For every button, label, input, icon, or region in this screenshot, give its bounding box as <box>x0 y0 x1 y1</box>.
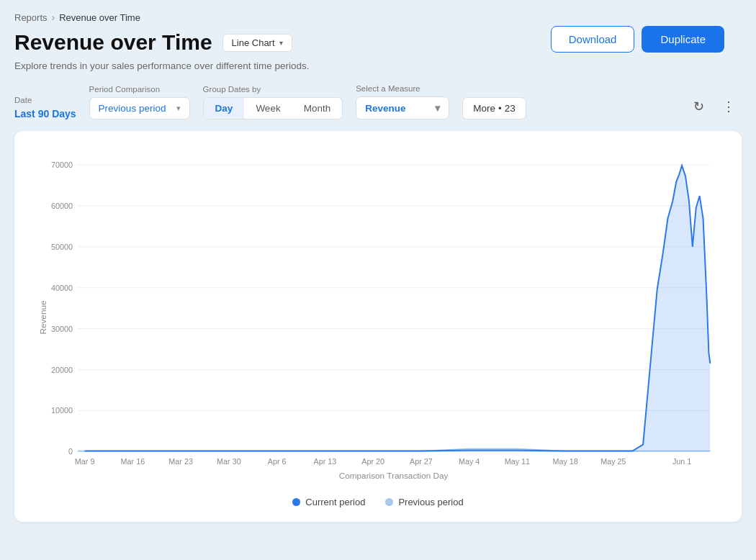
legend-current-label: Current period <box>305 497 365 507</box>
download-button[interactable]: Download <box>551 26 635 53</box>
legend-previous: Previous period <box>385 497 463 507</box>
svg-text:Apr 6: Apr 6 <box>268 457 287 466</box>
breadcrumb-parent[interactable]: Reports <box>14 12 48 23</box>
svg-text:May 11: May 11 <box>505 457 530 466</box>
svg-text:0: 0 <box>68 447 73 456</box>
more-button[interactable]: More • 23 <box>462 97 526 119</box>
measure-label: Select a Measure <box>356 84 449 93</box>
period-value: Previous period <box>99 103 166 114</box>
icon-actions: ↻ ⋮ <box>685 94 742 119</box>
svg-text:May 18: May 18 <box>552 457 577 466</box>
svg-text:60000: 60000 <box>51 202 73 210</box>
chart-card: Revenue 0 10000 20000 30000 40000 <box>14 131 742 522</box>
more-group: More • 23 <box>462 85 526 119</box>
refresh-button[interactable]: ↻ <box>685 94 711 119</box>
more-count: 23 <box>505 103 516 114</box>
svg-text:Mar 30: Mar 30 <box>217 457 241 466</box>
svg-text:Mar 16: Mar 16 <box>121 457 145 466</box>
measure-group: Select a Measure Revenue ▾ <box>356 84 449 119</box>
group-dates-group: Group Dates by Day Week Month <box>203 85 343 119</box>
legend-current: Current period <box>292 497 365 507</box>
more-options-button[interactable]: ⋮ <box>716 94 742 119</box>
x-axis: Mar 9 Mar 16 Mar 23 Mar 30 Apr 6 Apr 13 … <box>75 457 691 466</box>
group-week-button[interactable]: Week <box>244 98 292 119</box>
current-period-dot <box>292 498 300 506</box>
duplicate-button[interactable]: Duplicate <box>642 26 724 53</box>
chart-area: Revenue 0 10000 20000 30000 40000 <box>32 148 724 487</box>
period-chevron-icon: ▾ <box>176 104 181 113</box>
page-title: Revenue over Time <box>14 30 212 55</box>
page-subtitle: Explore trends in your sales performance… <box>14 60 742 71</box>
more-dot: • <box>498 103 502 114</box>
breadcrumb: Reports › Revenue over Time <box>14 12 742 23</box>
date-filter-label: Date <box>14 96 76 104</box>
svg-text:Mar 23: Mar 23 <box>168 457 193 466</box>
svg-text:20000: 20000 <box>51 366 73 374</box>
svg-text:10000: 10000 <box>51 407 73 415</box>
group-month-button[interactable]: Month <box>292 98 343 119</box>
svg-text:May 4: May 4 <box>459 457 480 466</box>
svg-text:Apr 27: Apr 27 <box>410 457 433 466</box>
svg-text:70000: 70000 <box>51 161 73 169</box>
chart-legend: Current period Previous period <box>32 497 724 507</box>
y-axis-label: Revenue <box>38 300 48 335</box>
current-period-area <box>78 166 711 452</box>
period-comparison-group: Period Comparison Previous period ▾ <box>89 85 190 119</box>
chart-type-label: Line Chart <box>232 37 275 48</box>
group-dates-buttons: Day Week Month <box>203 97 343 119</box>
group-dates-label: Group Dates by <box>203 85 343 94</box>
date-filter-value[interactable]: Last 90 Days <box>14 108 76 119</box>
svg-text:May 25: May 25 <box>600 457 626 466</box>
y-axis: 0 10000 20000 30000 40000 50000 60000 <box>51 161 710 456</box>
breadcrumb-separator: › <box>52 12 55 23</box>
line-chart-svg: Revenue 0 10000 20000 30000 40000 <box>32 148 724 487</box>
svg-text:Jun 1: Jun 1 <box>672 457 691 466</box>
measure-value: Revenue <box>365 103 405 114</box>
measure-select[interactable]: Revenue ▾ <box>356 96 449 119</box>
filters-row: Date Last 90 Days Period Comparison Prev… <box>14 84 742 119</box>
svg-text:Apr 13: Apr 13 <box>313 457 336 466</box>
more-vert-icon: ⋮ <box>722 99 735 114</box>
group-day-button[interactable]: Day <box>204 98 245 119</box>
measure-chevron-icon: ▾ <box>435 102 440 114</box>
chart-type-chevron-icon: ▾ <box>279 39 283 47</box>
legend-previous-label: Previous period <box>398 497 463 507</box>
header-actions: Download Duplicate <box>551 26 724 53</box>
refresh-icon: ↻ <box>693 99 704 114</box>
current-period-line <box>85 166 711 451</box>
svg-text:30000: 30000 <box>51 325 73 333</box>
breadcrumb-current: Revenue over Time <box>59 12 140 23</box>
previous-period-dot <box>385 498 393 506</box>
more-label: More <box>473 103 495 114</box>
svg-text:Apr 20: Apr 20 <box>361 457 384 466</box>
svg-text:40000: 40000 <box>51 284 73 292</box>
period-select[interactable]: Previous period ▾ <box>89 97 190 119</box>
period-label: Period Comparison <box>89 85 190 94</box>
svg-text:Mar 9: Mar 9 <box>75 457 95 466</box>
chart-type-button[interactable]: Line Chart ▾ <box>222 34 292 52</box>
x-axis-label: Comparison Transaction Day <box>339 471 449 480</box>
date-filter-group: Date Last 90 Days <box>14 96 76 119</box>
svg-text:50000: 50000 <box>51 243 73 251</box>
